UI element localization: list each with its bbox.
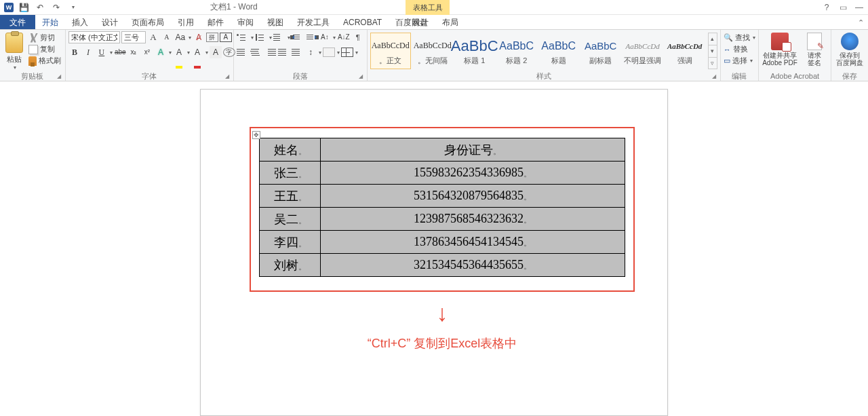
character-border-button[interactable]: A	[220, 33, 232, 42]
table-cell-name[interactable]: 刘树。	[260, 254, 321, 277]
table-cell-id[interactable]: 531564320879564835。	[321, 185, 625, 208]
style-item[interactable]: AaBbCcDd不明显强调	[623, 33, 663, 69]
tab-design[interactable]: 设计	[95, 15, 125, 29]
style-item[interactable]: AaBbCcDd。正文	[370, 33, 411, 69]
table-move-handle-icon[interactable]: ✥	[252, 131, 260, 139]
table-row[interactable]: 吴二。123987568546323632。	[260, 208, 625, 231]
change-case-button[interactable]: Aa	[174, 31, 186, 43]
phonetic-guide-button[interactable]: 拼	[206, 33, 218, 42]
table-row[interactable]: 张三。155983262354336985。	[260, 162, 625, 185]
tab-developer[interactable]: 开发工具	[290, 15, 336, 29]
borders-button[interactable]	[341, 48, 353, 57]
table-cell-name[interactable]: 张三。	[260, 162, 321, 185]
document-table[interactable]: 姓名。 身份证号。 张三。155983262354336985。王五。53156…	[259, 138, 625, 277]
clipboard-dialog-icon[interactable]: ◢	[57, 73, 64, 80]
align-center-button[interactable]	[250, 48, 262, 57]
shading-button[interactable]	[323, 48, 335, 57]
style-item[interactable]: AaBbC副标题	[580, 33, 621, 69]
tab-table-layout[interactable]: 布局	[435, 15, 465, 30]
tab-file[interactable]: 文件	[0, 15, 35, 29]
bold-button[interactable]: B	[68, 46, 81, 58]
style-item[interactable]: AaBbCcDd强调	[665, 33, 705, 69]
highlight-button[interactable]: A	[173, 46, 185, 58]
char-shading-button[interactable]: A	[210, 46, 222, 58]
sort-button[interactable]: A↓Z	[337, 31, 351, 43]
table-cell-id[interactable]: 321534545364435655。	[321, 254, 625, 277]
style-item[interactable]: AaBbC标题 2	[496, 33, 537, 69]
replace-button[interactable]: ↔替换	[724, 44, 755, 54]
style-item[interactable]: AaBbC标题 1	[454, 33, 495, 69]
minimize-icon[interactable]: —	[854, 3, 864, 12]
text-effects-button[interactable]: A	[155, 46, 167, 58]
document-area[interactable]: ✥ 姓名。 身份证号。 张三。155983262354336985。王五。531…	[0, 82, 868, 416]
table-row[interactable]: 李四。137863456454134545。	[260, 231, 625, 254]
grow-font-button[interactable]: A	[147, 31, 159, 43]
style-item[interactable]: AaBbCcDd。无间隔	[412, 33, 453, 69]
table-row[interactable]: 刘树。321534545364435655。	[260, 254, 625, 277]
font-size-input[interactable]	[121, 31, 146, 43]
tab-page-layout[interactable]: 页面布局	[125, 15, 171, 29]
find-button[interactable]: 🔍查找▾	[724, 33, 755, 43]
align-justify-button[interactable]	[277, 48, 290, 57]
line-spacing-button[interactable]: ↕	[304, 46, 317, 58]
multilevel-list-button[interactable]	[273, 33, 285, 42]
copy-button[interactable]: 复制	[28, 44, 61, 54]
bullets-button[interactable]	[237, 33, 249, 42]
table-cell-name[interactable]: 吴二。	[260, 208, 321, 231]
underline-button[interactable]: U	[96, 46, 108, 58]
paste-button[interactable]: 粘贴 ▾	[3, 31, 26, 71]
cut-button[interactable]: 剪切	[28, 33, 61, 43]
style-item[interactable]: AaBbC标题	[538, 33, 579, 69]
italic-button[interactable]: I	[82, 46, 94, 58]
numbering-button[interactable]	[255, 33, 267, 42]
ribbon-collapse-icon[interactable]: ⌃	[858, 15, 864, 30]
redo-icon[interactable]: ↷	[50, 1, 62, 14]
tab-references[interactable]: 引用	[171, 15, 201, 29]
font-dialog-icon[interactable]: ◢	[225, 73, 232, 80]
font-name-input[interactable]	[68, 31, 120, 43]
asian-layout-button[interactable]: A↕	[319, 31, 331, 43]
clear-formatting-button[interactable]: A̷	[193, 31, 205, 43]
tab-mailings[interactable]: 邮件	[201, 15, 231, 29]
create-pdf-button[interactable]: 创建并共享 Adobe PDF	[762, 31, 798, 67]
align-right-button[interactable]	[264, 48, 276, 57]
font-color-button[interactable]: A	[191, 46, 203, 58]
superscript-button[interactable]: x²	[141, 46, 153, 58]
table-row[interactable]: 王五。531564320879564835。	[260, 185, 625, 208]
save-icon[interactable]: 💾	[18, 1, 30, 14]
table-cell-id[interactable]: 137863456454134545。	[321, 231, 625, 254]
shrink-font-button[interactable]: A	[161, 31, 173, 43]
increase-indent-button[interactable]	[305, 33, 317, 42]
styles-dialog-icon[interactable]: ◢	[712, 73, 719, 80]
table-cell-name[interactable]: 李四。	[260, 231, 321, 254]
paste-dropdown-icon[interactable]: ▾	[3, 64, 26, 71]
qat-customize-icon[interactable]: ▾	[67, 1, 79, 14]
align-distributed-button[interactable]	[291, 48, 303, 57]
subscript-button[interactable]: x₂	[127, 46, 140, 58]
paragraph-dialog-icon[interactable]: ◢	[359, 73, 366, 80]
table-cell-name[interactable]: 王五。	[260, 185, 321, 208]
tab-table-design[interactable]: 设计	[406, 15, 435, 30]
undo-icon[interactable]: ↶	[34, 1, 46, 14]
align-left-button[interactable]	[237, 48, 249, 57]
request-sign-button[interactable]: 请求 签名	[801, 31, 828, 67]
tab-home[interactable]: 开始	[35, 15, 65, 29]
tab-view[interactable]: 视图	[260, 15, 290, 29]
show-marks-button[interactable]: ¶	[352, 31, 364, 43]
table-header-id[interactable]: 身份证号。	[321, 138, 625, 162]
strikethrough-button[interactable]: abe	[114, 46, 126, 58]
ribbon-display-options-icon[interactable]: ▭	[838, 3, 848, 12]
gallery-row-up-icon[interactable]: ▴	[709, 33, 717, 45]
select-button[interactable]: ▭选择▾	[724, 56, 755, 66]
format-painter-button[interactable]: 格式刷	[28, 56, 61, 66]
gallery-row-down-icon[interactable]: ▾	[709, 45, 717, 58]
save-to-baidu-button[interactable]: 保存到 百度网盘	[834, 31, 865, 67]
styles-gallery-more[interactable]: ▴ ▾ ▿	[708, 33, 717, 69]
tab-insert[interactable]: 插入	[65, 15, 95, 29]
tab-review[interactable]: 审阅	[231, 15, 260, 29]
help-icon[interactable]: ?	[822, 3, 831, 12]
tab-acrobat[interactable]: ACROBAT	[336, 15, 389, 29]
table-cell-id[interactable]: 123987568546323632。	[321, 208, 625, 231]
table-cell-id[interactable]: 155983262354336985。	[321, 162, 625, 185]
gallery-expand-icon[interactable]: ▿	[709, 58, 717, 69]
